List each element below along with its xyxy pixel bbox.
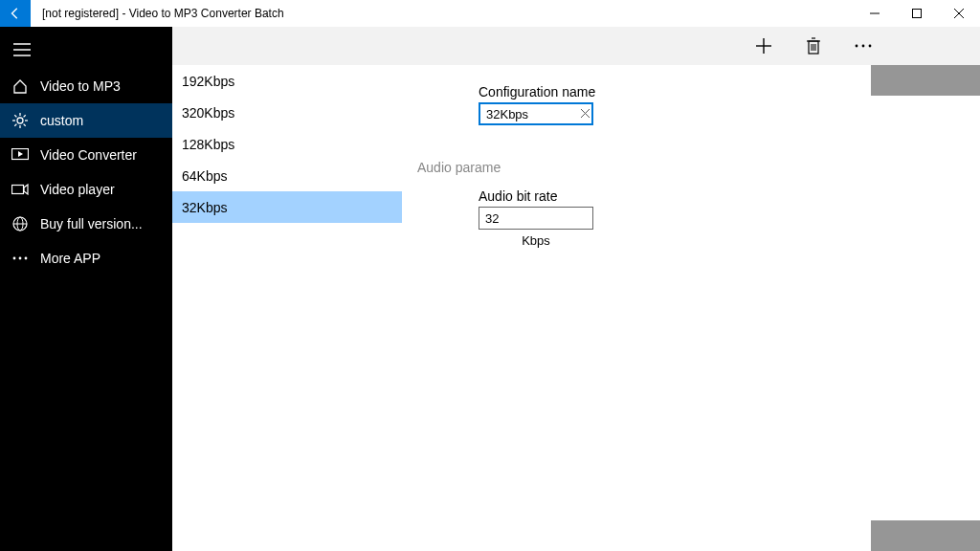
back-button[interactable] [0, 0, 31, 27]
camera-icon [11, 181, 29, 198]
svg-line-12 [14, 115, 16, 117]
arrow-left-icon [9, 7, 22, 20]
sidebar-item-label: Buy full version... [40, 216, 143, 231]
close-icon [954, 9, 964, 18]
bitrate-unit: Kbps [479, 233, 593, 248]
config-name-block: Configuration name [479, 84, 980, 125]
svg-point-23 [25, 257, 28, 260]
preset-list: 192Kbps 320Kbps 128Kbps 64Kbps 32Kbps [172, 65, 402, 551]
audio-section-heading: Audio parame [417, 160, 980, 175]
x-icon [581, 109, 590, 118]
sidebar-item-video-player[interactable]: Video player [0, 172, 172, 207]
content-area: Configuration name Audio parame Audio bi… [402, 65, 980, 551]
sidebar-item-label: custom [40, 113, 83, 128]
trash-icon [806, 37, 821, 55]
add-button[interactable] [752, 34, 775, 57]
maximize-icon [912, 9, 922, 18]
bitrate-input-wrap [479, 207, 593, 230]
sidebar-item-more-app[interactable]: More APP [0, 241, 172, 276]
more-button[interactable] [852, 34, 875, 57]
preset-label: 320Kbps [182, 105, 234, 121]
dots-icon [11, 250, 29, 267]
sidebar-item-label: Video player [40, 182, 115, 197]
svg-point-7 [17, 118, 23, 123]
sidebar-item-buy-full-version[interactable]: Buy full version... [0, 207, 172, 241]
svg-rect-1 [913, 10, 922, 18]
config-name-input[interactable] [479, 102, 593, 125]
preset-column: 192Kbps 320Kbps 128Kbps 64Kbps 32Kbps [172, 27, 402, 551]
config-name-label: Configuration name [479, 84, 980, 99]
bitrate-label: Audio bit rate [479, 188, 980, 204]
svg-point-32 [856, 45, 858, 48]
svg-line-15 [14, 124, 16, 126]
home-icon [11, 77, 29, 95]
sidebar-item-custom[interactable]: custom [0, 103, 172, 138]
svg-point-21 [13, 257, 16, 260]
sidebar-item-video-to-mp3[interactable]: Video to MP3 [0, 69, 172, 103]
preset-item[interactable]: 32Kbps [172, 191, 402, 223]
svg-rect-17 [12, 186, 24, 194]
hamburger-button[interactable] [0, 31, 172, 69]
preset-header-spacer [172, 27, 402, 65]
svg-line-14 [24, 115, 26, 117]
minimize-button[interactable] [854, 0, 896, 27]
svg-point-33 [862, 45, 865, 48]
config-name-input-wrap [479, 102, 593, 125]
svg-line-13 [24, 124, 26, 126]
bitrate-block: Audio bit rate Kbps [479, 188, 980, 248]
preset-item[interactable]: 128Kbps [172, 128, 402, 160]
clear-input-button[interactable] [581, 107, 590, 121]
gear-icon [11, 112, 29, 129]
window-controls [854, 0, 980, 27]
globe-icon [11, 215, 29, 232]
minimize-icon [870, 9, 880, 18]
toolbar [402, 27, 980, 65]
preset-item[interactable]: 320Kbps [172, 97, 402, 128]
delete-button[interactable] [802, 34, 825, 57]
preset-item[interactable]: 64Kbps [172, 160, 402, 191]
preset-label: 192Kbps [182, 74, 234, 89]
svg-point-34 [869, 45, 872, 48]
window-title: [not registered] - Video to MP3 Converte… [31, 7, 284, 20]
app-body: Video to MP3 custom Video Converter Vide… [0, 27, 980, 551]
sidebar: Video to MP3 custom Video Converter Vide… [0, 27, 172, 551]
sidebar-item-video-converter[interactable]: Video Converter [0, 138, 172, 172]
maximize-button[interactable] [896, 0, 938, 27]
titlebar: [not registered] - Video to MP3 Converte… [0, 0, 980, 27]
right-panel: Configuration name Audio parame Audio bi… [402, 27, 980, 551]
preset-item[interactable]: 192Kbps [172, 65, 402, 97]
preset-label: 64Kbps [182, 168, 227, 184]
close-button[interactable] [938, 0, 980, 27]
sidebar-item-label: Video to MP3 [40, 78, 121, 94]
plus-icon [755, 37, 772, 55]
preset-label: 128Kbps [182, 137, 234, 152]
sidebar-item-label: Video Converter [40, 147, 137, 163]
bitrate-input[interactable] [479, 207, 593, 230]
sidebar-item-label: More APP [40, 251, 100, 266]
display-icon [11, 146, 29, 164]
ellipsis-icon [855, 44, 872, 48]
hamburger-icon [13, 43, 31, 56]
preset-label: 32Kbps [182, 200, 227, 215]
svg-point-22 [19, 257, 22, 260]
